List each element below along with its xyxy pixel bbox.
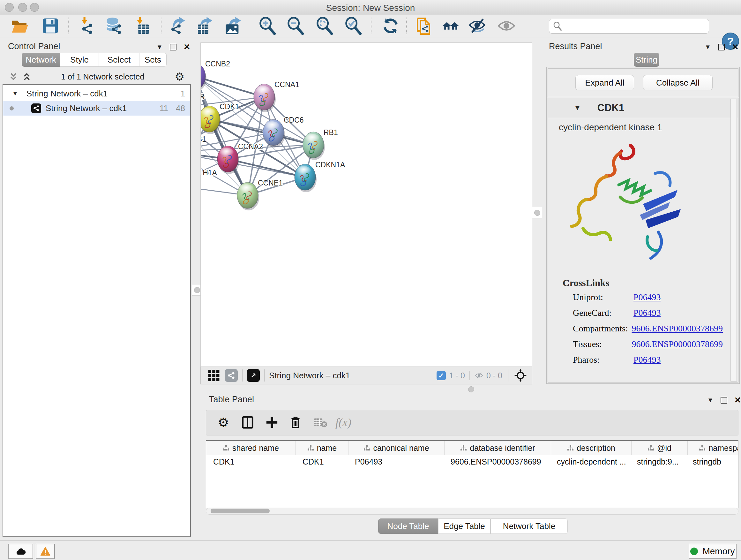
crosslink-link[interactable]: P06493 [633,292,661,302]
expand-all-icon[interactable] [23,72,30,81]
grid-view-icon[interactable] [208,369,220,381]
panel-menu-icon[interactable]: ▼ [704,44,711,51]
tab-network-table[interactable]: Network Table [490,518,568,534]
warning-button[interactable] [36,544,55,559]
results-vertical-scrollbar[interactable] [731,99,737,381]
export-image-icon[interactable] [224,17,242,35]
panel-float-icon[interactable] [170,44,177,51]
save-session-icon[interactable] [42,17,59,35]
column-header-database-identifier[interactable]: database identifier [445,441,551,455]
selected-checkbox-icon[interactable]: ✓ [436,371,446,380]
collapse-all-icon[interactable] [10,72,17,81]
panel-menu-icon[interactable]: ▼ [707,396,714,404]
scrollbar-thumb[interactable] [211,509,270,513]
import-network-file-icon[interactable] [78,17,96,35]
tab-edge-table[interactable]: Edge Table [438,518,490,534]
crosslink-link[interactable]: 9606.ENSP00000378699 [632,323,723,334]
network-row-selected[interactable]: String Network – cdk1 11 48 [3,101,190,116]
table-settings-gear-icon[interactable]: ⚙ [215,414,232,431]
tree-expand-icon[interactable]: ▼ [12,90,18,97]
show-columns-icon[interactable] [239,414,256,431]
import-table-file-icon[interactable] [133,17,151,35]
crosslinks-list: Uniprot:P06493GeneCard:P06493Compartment… [573,292,723,370]
expand-all-button[interactable]: Expand All [576,75,634,90]
panel-close-icon[interactable]: ✕ [184,42,191,52]
panel-menu-icon[interactable]: ▼ [156,44,163,51]
open-file-icon[interactable] [11,17,29,35]
panel-close-icon[interactable]: ✕ [734,395,741,405]
clone-network-icon[interactable] [414,17,432,35]
results-panel: Results Panel ▼ ✕ String Expand All Coll… [542,40,741,384]
column-header-canonical-name[interactable]: canonical name [348,441,445,455]
table-cell[interactable]: stringdb [686,455,738,468]
network-selection-status: 1 of 1 Network selected [30,72,175,81]
panel-float-icon[interactable] [718,44,725,51]
table-panel: Table Panel ▼ ✕ ⚙ f(x) shared namenameca… [200,393,741,540]
birds-eye-view-icon[interactable] [514,369,527,382]
table-cell[interactable]: CDK1 [206,455,295,468]
tab-style[interactable]: Style [60,53,99,67]
crosslink-link[interactable]: P06493 [633,308,661,318]
function-builder-icon[interactable]: f(x) [335,414,352,431]
hidden-eye-icon[interactable] [474,371,484,380]
tab-string[interactable]: String [634,53,659,67]
horizontal-splitter-handle[interactable] [468,386,474,392]
table-cell[interactable]: cyclin-dependent ... [550,455,630,468]
network-node-CCNA1 [254,84,276,112]
column-header-namespace[interactable]: namespace [688,441,738,455]
table-toolbar: ⚙ f(x) [206,410,738,435]
network-graph[interactable]: CCNB2CCNA1CDC25BCDK1CDC6RB1CCNB1CCNA2CDK… [201,43,532,367]
detach-view-icon[interactable] [247,369,260,382]
network-options-gear-icon[interactable]: ⚙ [175,70,185,83]
panel-close-icon[interactable]: ✕ [732,42,739,52]
table-row[interactable]: CDK1CDK1P064939606.ENSP00000378699cyclin… [206,455,738,468]
export-network-icon[interactable] [169,17,187,35]
column-header-shared-name[interactable]: shared name [206,441,296,455]
crosslink-link[interactable]: P06493 [633,355,661,365]
network-node-CDKN1A [294,164,317,192]
column-header-description[interactable]: description [551,441,631,455]
right-splitter-handle[interactable] [532,207,542,219]
tab-select[interactable]: Select [99,53,139,67]
zoom-selected-icon[interactable] [344,17,362,35]
import-network-database-icon[interactable] [105,17,123,35]
collapse-section-icon[interactable]: ▼ [574,104,581,112]
tab-network[interactable]: Network [22,53,60,67]
network-share-icon[interactable] [225,369,238,382]
table-horizontal-scrollbar[interactable] [206,508,738,515]
table-cell[interactable]: P06493 [348,455,444,468]
cloud-button[interactable] [8,544,33,559]
network-canvas[interactable]: CCNB2CCNA1CDC25BCDK1CDC6RB1CCNB1CCNA2CDK… [200,43,532,367]
protein-header-row[interactable]: ▼ CDK1 [548,98,738,118]
add-column-icon[interactable] [264,414,280,431]
memory-button[interactable]: Memory [689,544,737,559]
table-cell[interactable]: 9606.ENSP00000378699 [444,455,550,468]
first-neighbors-icon[interactable] [442,17,460,35]
collapse-all-button[interactable]: Collapse All [643,75,713,90]
results-panel-body: Expand All Collapse All ▼ CDK1 cyclin-de… [546,67,740,384]
clear-table-icon[interactable] [312,414,329,431]
crosslink-row: GeneCard:P06493 [573,308,723,318]
delete-column-icon[interactable] [287,414,304,431]
tab-sets[interactable]: Sets [139,53,166,67]
column-header--id[interactable]: @id [631,441,688,455]
refresh-icon[interactable] [382,17,400,35]
table-cell[interactable]: stringdb:9... [630,455,686,468]
zoom-out-icon[interactable] [286,17,305,35]
zoom-fit-icon[interactable] [316,17,333,35]
table-cell[interactable]: CDK1 [295,455,348,468]
search-input[interactable] [564,21,709,31]
panel-float-icon[interactable] [721,397,727,403]
cloud-icon [15,548,26,555]
network-collection-row[interactable]: ▼ String Network – cdk1 1 [3,86,190,101]
show-all-icon[interactable] [497,17,515,35]
export-table-icon[interactable] [196,17,213,35]
tab-node-table[interactable]: Node Table [378,518,438,534]
network-node-CDC6 [263,119,285,147]
hidden-counts: 0 - 0 [486,371,502,380]
column-header-name[interactable]: name [296,441,348,455]
zoom-in-icon[interactable] [259,17,276,35]
hide-selected-icon[interactable] [468,17,486,35]
column-type-icon [223,445,229,451]
crosslink-link[interactable]: 9606.ENSP00000378699 [632,339,723,349]
